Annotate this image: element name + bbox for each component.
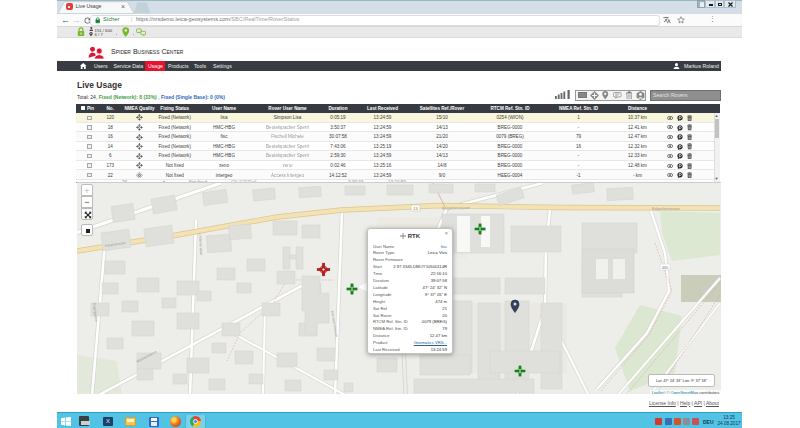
svg-text:Balgacherstrasse: Balgacherstrasse bbox=[652, 207, 680, 211]
svg-text:13: 13 bbox=[413, 206, 418, 211]
svg-text:Balgacherstrasse: Balgacherstrasse bbox=[442, 206, 470, 210]
svg-text:465: 465 bbox=[662, 265, 669, 270]
